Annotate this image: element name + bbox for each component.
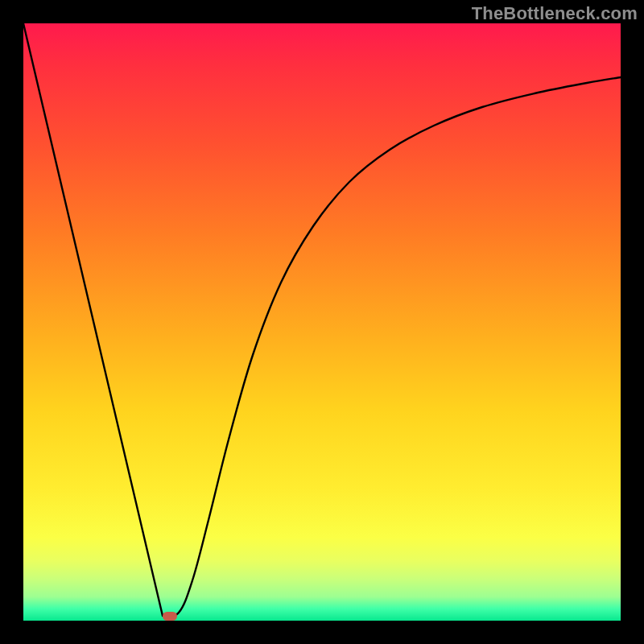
curve-path <box>23 23 621 617</box>
min-marker <box>163 612 177 621</box>
watermark-text: TheBottleneck.com <box>472 3 638 24</box>
bottleneck-curve <box>23 23 621 621</box>
